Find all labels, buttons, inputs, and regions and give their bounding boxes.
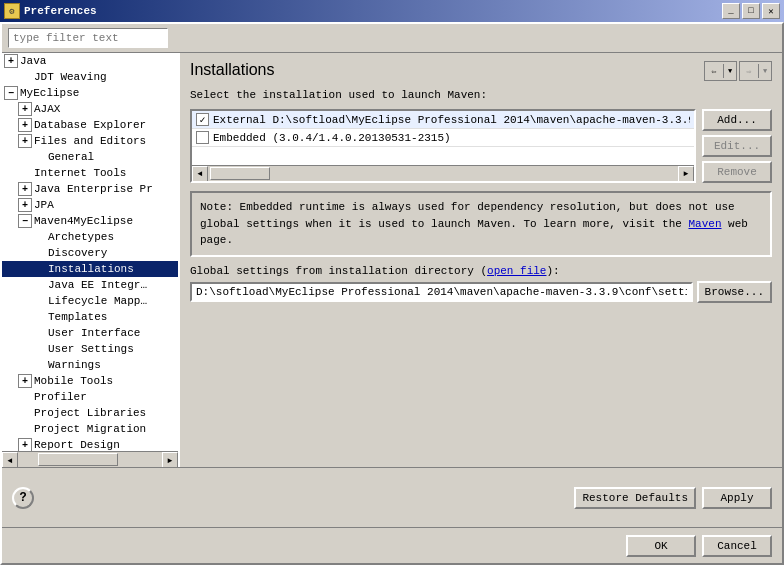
tree-expander[interactable]: +	[18, 198, 32, 212]
inst-scroll-thumb	[210, 167, 270, 180]
forward-button[interactable]: ⇨	[740, 62, 758, 80]
maximize-button[interactable]: □	[742, 3, 760, 19]
global-settings-label: Global settings from installation direct…	[190, 265, 772, 277]
tree-item-label: General	[48, 151, 94, 163]
tree-expander	[18, 390, 32, 404]
tree-item-label: Profiler	[34, 391, 87, 403]
ok-button[interactable]: OK	[626, 535, 696, 557]
tree-item-templates[interactable]: Templates	[2, 309, 178, 325]
tree-item-label: AJAX	[34, 103, 60, 115]
minimize-button[interactable]: _	[722, 3, 740, 19]
installation-label: External D:\softload\MyEclipse Professio…	[213, 114, 690, 126]
tree-item-installations[interactable]: Installations	[2, 261, 178, 277]
maven-link[interactable]: Maven	[688, 218, 721, 230]
tree-hscrollbar[interactable]: ◄ ►	[2, 451, 178, 467]
help-button[interactable]: ?	[12, 487, 34, 509]
installations-hscrollbar[interactable]: ◄ ►	[192, 165, 694, 181]
tree-expander[interactable]: +	[18, 438, 32, 451]
global-settings-input[interactable]	[190, 282, 693, 302]
tree-item-myeclipse[interactable]: −MyEclipse	[2, 85, 178, 101]
tree-item-discovery[interactable]: Discovery	[2, 245, 178, 261]
forward-dropdown[interactable]: ▼	[759, 62, 771, 80]
tree-item-label: MyEclipse	[20, 87, 79, 99]
tree-item-java[interactable]: +Java	[2, 53, 178, 69]
tree-expander[interactable]: −	[18, 214, 32, 228]
tree-item-database-explorer[interactable]: +Database Explorer	[2, 117, 178, 133]
tree-expander[interactable]: +	[18, 134, 32, 148]
tree-item-archetypes[interactable]: Archetypes	[2, 229, 178, 245]
browse-button[interactable]: Browse...	[697, 281, 772, 303]
tree-item-label: Installations	[48, 263, 134, 275]
tree-item-mobile-tools[interactable]: +Mobile Tools	[2, 373, 178, 389]
window-icon: ⚙	[4, 3, 20, 19]
tree-expander[interactable]: +	[18, 182, 32, 196]
tree-scroll-left[interactable]: ◄	[2, 452, 18, 467]
tree-expander[interactable]: +	[4, 54, 18, 68]
inst-scroll-right[interactable]: ►	[678, 166, 694, 182]
tree-item-label: Java Enterprise Pr	[34, 183, 153, 195]
back-dropdown[interactable]: ▼	[724, 62, 736, 80]
tree-expander	[32, 230, 46, 244]
tree-item-label: Project Libraries	[34, 407, 146, 419]
tree-scroll-right[interactable]: ►	[162, 452, 178, 467]
installation-checkbox[interactable]	[196, 113, 209, 126]
cancel-button[interactable]: Cancel	[702, 535, 772, 557]
inst-scroll-left[interactable]: ◄	[192, 166, 208, 182]
apply-button[interactable]: Apply	[702, 487, 772, 509]
tree-item-ajax[interactable]: +AJAX	[2, 101, 178, 117]
tree-item-label: Lifecycle Mapp…	[48, 295, 147, 307]
tree-expander[interactable]: −	[4, 86, 18, 100]
tree-item-java-ee-integr[interactable]: Java EE Integr…	[2, 277, 178, 293]
tree-item-files-and-editors[interactable]: +Files and Editors	[2, 133, 178, 149]
tree-item-jdt-weaving[interactable]: JDT Weaving	[2, 69, 178, 85]
tree-item-label: JPA	[34, 199, 54, 211]
filter-input[interactable]	[8, 28, 168, 48]
tree-item-label: Java	[20, 55, 46, 67]
open-file-link[interactable]: open file	[487, 265, 546, 277]
tree-scroll[interactable]: +JavaJDT Weaving−MyEclipse+AJAX+Database…	[2, 53, 178, 451]
tree-item-label: Project Migration	[34, 423, 146, 435]
installations-rows: External D:\softload\MyEclipse Professio…	[192, 111, 694, 165]
tree-expander	[32, 310, 46, 324]
tree-item-profiler[interactable]: Profiler	[2, 389, 178, 405]
tree-expander[interactable]: +	[18, 118, 32, 132]
installations-area: External D:\softload\MyEclipse Professio…	[190, 109, 772, 183]
tree-expander	[32, 262, 46, 276]
tree-item-project-migration[interactable]: Project Migration	[2, 421, 178, 437]
tree-item-label: Archetypes	[48, 231, 114, 243]
close-button[interactable]: ✕	[762, 3, 780, 19]
restore-defaults-button[interactable]: Restore Defaults	[574, 487, 696, 509]
installation-row-embedded[interactable]: Embedded (3.0.4/1.4.0.20130531-2315)	[192, 129, 694, 147]
inst-scroll-track[interactable]	[208, 166, 678, 182]
tree-item-lifecycle-mapp[interactable]: Lifecycle Mapp…	[2, 293, 178, 309]
edit-button[interactable]: Edit...	[702, 135, 772, 157]
installation-checkbox[interactable]	[196, 131, 209, 144]
tree-item-internet-tools[interactable]: Internet Tools	[2, 165, 178, 181]
tree-item-label: Internet Tools	[34, 167, 126, 179]
window-body: +JavaJDT Weaving−MyEclipse+AJAX+Database…	[0, 22, 784, 565]
tree-item-report-design[interactable]: +Report Design	[2, 437, 178, 451]
tree-expander	[18, 70, 32, 84]
tree-item-label: Templates	[48, 311, 107, 323]
tree-item-user-settings[interactable]: User Settings	[2, 341, 178, 357]
tree-item-maven4myeclipse[interactable]: −Maven4MyEclipse	[2, 213, 178, 229]
tree-item-project-libraries[interactable]: Project Libraries	[2, 405, 178, 421]
tree-item-java-enterprise-pr[interactable]: +Java Enterprise Pr	[2, 181, 178, 197]
tree-expander[interactable]: +	[18, 102, 32, 116]
tree-item-warnings[interactable]: Warnings	[2, 357, 178, 373]
tree-item-general[interactable]: General	[2, 149, 178, 165]
add-button[interactable]: Add...	[702, 109, 772, 131]
remove-button[interactable]: Remove	[702, 161, 772, 183]
tree-item-label: Mobile Tools	[34, 375, 113, 387]
tree-expander	[18, 166, 32, 180]
tree-scroll-track[interactable]	[18, 452, 162, 467]
installation-row-external[interactable]: External D:\softload\MyEclipse Professio…	[192, 111, 694, 129]
tree-expander	[32, 342, 46, 356]
tree-expander	[32, 246, 46, 260]
tree-item-jpa[interactable]: +JPA	[2, 197, 178, 213]
tree-item-user-interface[interactable]: User Interface	[2, 325, 178, 341]
tree-panel: +JavaJDT Weaving−MyEclipse+AJAX+Database…	[2, 53, 180, 467]
bottom-bar: ? Restore Defaults Apply	[2, 467, 782, 527]
back-button[interactable]: ⇦	[705, 62, 723, 80]
tree-expander[interactable]: +	[18, 374, 32, 388]
